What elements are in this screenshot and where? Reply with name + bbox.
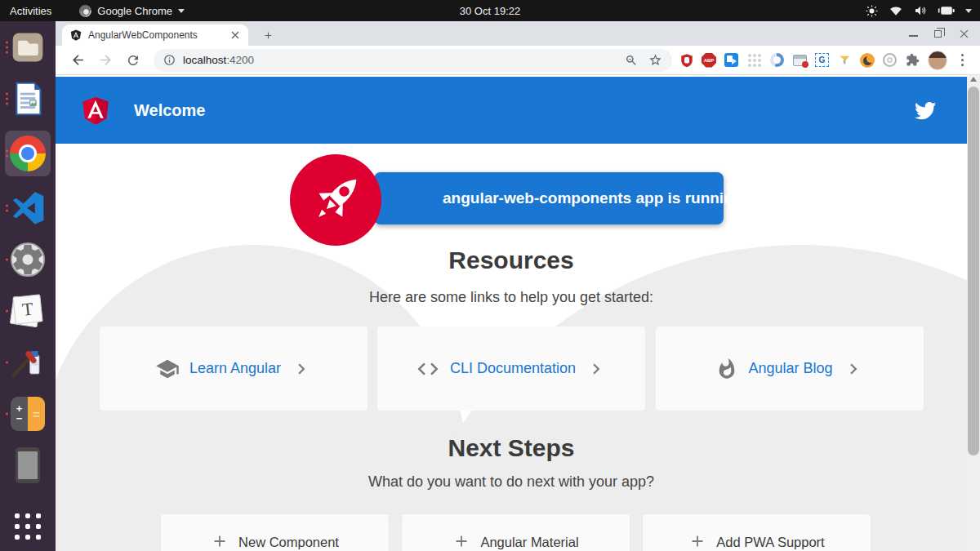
- url-port: :4200: [226, 54, 254, 66]
- running-indicator: [6, 150, 8, 158]
- card-cli-documentation[interactable]: CLI Documentation: [377, 327, 645, 411]
- rocket-icon: [304, 168, 368, 232]
- chevron-right-icon: [586, 358, 607, 380]
- tab-strip: AngularWebComponents: [56, 21, 980, 46]
- reload-button[interactable]: [119, 49, 147, 72]
- settings-gear-icon: [10, 242, 46, 278]
- browser-menu-button[interactable]: [955, 52, 970, 68]
- button-new-component[interactable]: New Component: [160, 513, 390, 551]
- running-indicator: [6, 362, 8, 364]
- scroll-up-arrow[interactable]: [970, 77, 977, 82]
- running-indicator: [6, 205, 8, 212]
- caret-down-icon: [965, 9, 972, 13]
- app-header: Welcome: [56, 77, 967, 144]
- profile-avatar[interactable]: [928, 51, 947, 70]
- code-icon: [416, 357, 440, 381]
- dock-item-text-editor[interactable]: T: [5, 291, 51, 331]
- window-controls: [909, 21, 970, 46]
- scroll-thumb[interactable]: [968, 87, 979, 455]
- adblock-label: ABP: [704, 58, 715, 63]
- card-label: Learn Angular: [189, 360, 281, 377]
- volume-icon: [913, 4, 928, 17]
- back-button[interactable]: [64, 49, 91, 72]
- running-indicator: [6, 413, 8, 415]
- card-learn-angular[interactable]: Learn Angular: [100, 327, 368, 411]
- show-applications-button[interactable]: [5, 507, 51, 546]
- action-label: Angular Material: [480, 535, 578, 550]
- tab-close-icon[interactable]: [229, 29, 242, 42]
- running-indicator: [6, 42, 8, 54]
- running-indicator: [6, 93, 8, 105]
- dock-item-phone[interactable]: [5, 446, 51, 485]
- new-tab-button[interactable]: [258, 25, 278, 45]
- page-scrollbar[interactable]: [967, 75, 980, 551]
- dock-item-libreoffice-writer[interactable]: [5, 79, 51, 118]
- clock[interactable]: 30 Oct 19:22: [0, 5, 980, 17]
- address-bar[interactable]: localhost:4200: [154, 49, 672, 72]
- url-host: localhost: [183, 54, 226, 66]
- chevron-right-icon: [291, 358, 312, 380]
- zoom-icon[interactable]: [625, 54, 638, 67]
- battery-icon: [938, 5, 956, 16]
- dock-item-chrome[interactable]: [5, 131, 51, 176]
- target-icon[interactable]: [882, 52, 898, 68]
- ublock-icon[interactable]: [679, 52, 694, 68]
- dock-item-calculator[interactable]: +−=: [5, 394, 51, 433]
- forward-button[interactable]: [91, 49, 119, 72]
- card-angular-blog[interactable]: Angular Blog: [656, 327, 924, 411]
- libreoffice-writer-icon: [11, 81, 45, 117]
- system-tray[interactable]: [865, 0, 972, 21]
- dock-item-settings[interactable]: [5, 240, 51, 279]
- plus-icon: [688, 532, 706, 550]
- window-minimize-button[interactable]: [909, 35, 918, 37]
- text-editor-icon: T: [11, 295, 44, 327]
- bookmark-star-icon[interactable]: [648, 53, 662, 67]
- dark-reader-icon[interactable]: [859, 52, 875, 68]
- app-running-banner: angular-web-components app is running!: [374, 172, 724, 224]
- resources-heading: Resources: [56, 247, 967, 274]
- button-angular-material[interactable]: Angular Material: [401, 513, 630, 551]
- disabled-extension-icon[interactable]: [746, 52, 762, 68]
- extensions-row: ABP G: [679, 51, 972, 70]
- plus-icon: [211, 532, 229, 550]
- onetab-icon[interactable]: [769, 52, 785, 68]
- chrome-icon: [10, 136, 46, 171]
- tab-title: AngularWebComponents: [88, 29, 222, 41]
- action-label: Add PWA Support: [716, 535, 824, 550]
- window-blocker-icon[interactable]: [792, 52, 808, 68]
- adblock-plus-icon[interactable]: ABP: [702, 53, 716, 68]
- running-indicator: [6, 310, 8, 313]
- page-content: angular-web-components app is running! R…: [56, 144, 967, 551]
- phone-icon: [16, 447, 40, 483]
- address-bar-actions: [625, 53, 662, 67]
- app-grid-icon: [15, 513, 41, 540]
- wifi-icon: [889, 5, 903, 17]
- window-restore-button[interactable]: [934, 30, 942, 38]
- dock-item-paint[interactable]: [5, 343, 51, 382]
- funnel-icon[interactable]: [836, 52, 852, 68]
- site-info-icon[interactable]: [163, 54, 176, 66]
- window-close-button[interactable]: [958, 28, 970, 40]
- twitter-icon[interactable]: [911, 98, 939, 122]
- desktop: Activities Google Chrome 30 Oct 19:22: [0, 0, 980, 551]
- card-label: Angular Blog: [748, 360, 832, 377]
- plus-icon: [452, 532, 470, 550]
- url-text: localhost:4200: [183, 54, 254, 66]
- calculator-icon: +−=: [11, 397, 45, 431]
- gnome-top-bar: Activities Google Chrome 30 Oct 19:22: [0, 0, 980, 21]
- next-steps-heading: Next Steps: [56, 434, 967, 462]
- grid-guides-icon[interactable]: G: [815, 53, 829, 67]
- button-add-pwa-support[interactable]: Add PWA Support: [642, 513, 871, 551]
- dock-item-files[interactable]: [5, 28, 51, 67]
- browser-window: AngularWebComponents localhost:4200: [56, 21, 980, 551]
- plus-icon: [263, 30, 274, 41]
- angular-favicon: [70, 29, 82, 41]
- chevron-right-icon: [843, 358, 864, 380]
- rocket-badge: [290, 154, 381, 246]
- card-label: CLI Documentation: [450, 360, 576, 377]
- tab-copy-icon[interactable]: [724, 52, 739, 68]
- extensions-puzzle-icon[interactable]: [905, 52, 920, 68]
- dock-item-vscode[interactable]: [5, 189, 51, 228]
- browser-tab[interactable]: AngularWebComponents: [62, 24, 248, 46]
- next-steps-subheading: What do you want to do next with your ap…: [56, 473, 967, 491]
